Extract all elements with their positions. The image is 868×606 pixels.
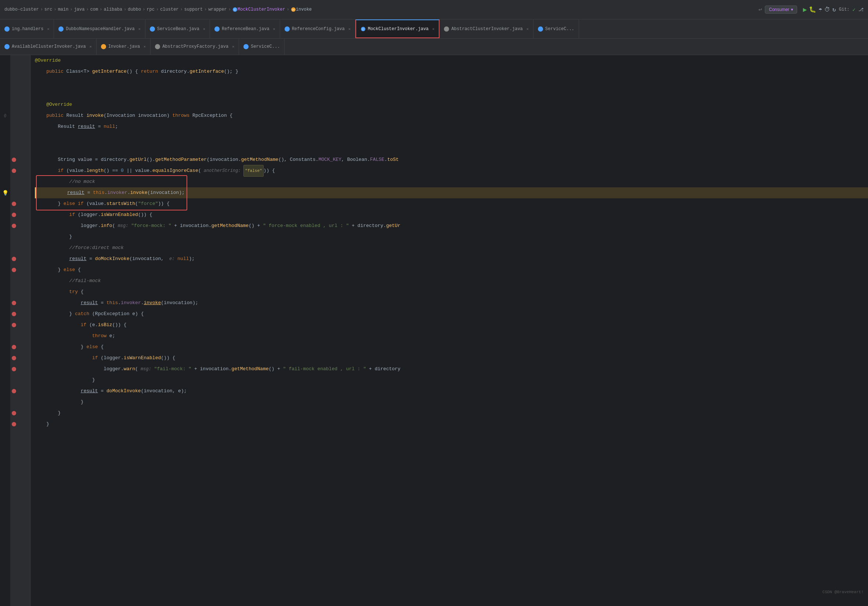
gutter-row-breakpoint[interactable] bbox=[10, 342, 30, 353]
tab-reference-config[interactable]: ReferenceConfig.java ✕ bbox=[280, 19, 355, 38]
gutter-row[interactable] bbox=[10, 375, 30, 386]
tab-icon bbox=[58, 26, 64, 32]
gutter-row-breakpoint[interactable] bbox=[10, 165, 30, 176]
left-margin: @ 💡 bbox=[0, 55, 10, 606]
tab-invoker[interactable]: Invoker.java ✕ bbox=[96, 39, 150, 55]
code-line: String value = directory.getUrl().getMet… bbox=[35, 154, 868, 165]
gutter-row-breakpoint[interactable] bbox=[10, 253, 30, 264]
margin-row bbox=[0, 375, 10, 386]
margin-row bbox=[0, 77, 10, 88]
bc-file[interactable]: MockClusterInvoker bbox=[237, 7, 285, 12]
tab-close[interactable]: ✕ bbox=[349, 27, 351, 31]
code-line: Result result = null; bbox=[35, 121, 868, 132]
tab-reference-bean[interactable]: ReferenceBean.java ✕ bbox=[210, 19, 280, 38]
run-button[interactable]: ▶ bbox=[803, 6, 807, 14]
bc-project[interactable]: dubbo-cluster bbox=[5, 7, 39, 12]
tab-service-bean[interactable]: ServiceBean.java ✕ bbox=[146, 19, 210, 38]
bc-dubbo[interactable]: dubbo bbox=[128, 7, 141, 12]
lightbulb-icon[interactable]: 💡 bbox=[2, 190, 8, 196]
gutter-row-breakpoint[interactable] bbox=[10, 408, 30, 419]
code-area[interactable]: @Override public Class<T> getInterface()… bbox=[31, 55, 868, 606]
gutter-row[interactable] bbox=[10, 99, 30, 110]
tab-available-cluster[interactable]: AvailableClusterInvoker.java ✕ bbox=[0, 39, 96, 55]
tab-ing-handlers[interactable]: ing.handlers ✕ bbox=[0, 19, 54, 38]
gutter-row-breakpoint[interactable] bbox=[10, 419, 30, 430]
tab-service-c2[interactable]: ServiceC... bbox=[239, 39, 285, 55]
tab-label: ing.handlers bbox=[12, 26, 43, 32]
tab-abstract-proxy[interactable]: AbstractProxyFactory.java ✕ bbox=[150, 39, 239, 55]
gutter-row[interactable] bbox=[10, 187, 30, 198]
gutter-row-breakpoint[interactable] bbox=[10, 319, 30, 330]
code-line: public Class<T> getInterface() { return … bbox=[35, 66, 868, 77]
gutter-row[interactable] bbox=[10, 66, 30, 77]
bc-wrapper[interactable]: wrapper bbox=[208, 7, 226, 12]
git-back-icon[interactable]: ↩ bbox=[759, 6, 762, 13]
coverage-button[interactable]: ☂ bbox=[818, 6, 822, 13]
gutter-row[interactable] bbox=[10, 110, 30, 121]
gutter-row-breakpoint[interactable] bbox=[10, 220, 30, 231]
gutter-row-breakpoint[interactable] bbox=[10, 386, 30, 397]
profile-button[interactable]: ⏱ bbox=[824, 6, 830, 13]
gutter-row[interactable] bbox=[10, 143, 30, 154]
dropdown-arrow-icon: ▾ bbox=[791, 7, 793, 12]
margin-row bbox=[0, 386, 10, 397]
tab-close[interactable]: ✕ bbox=[47, 27, 49, 31]
tab-icon bbox=[5, 26, 9, 32]
gutter-row[interactable] bbox=[10, 132, 30, 143]
bc-support[interactable]: support bbox=[184, 7, 203, 12]
tab-close[interactable]: ✕ bbox=[232, 45, 234, 49]
bc-alibaba[interactable]: alibaba bbox=[104, 7, 122, 12]
tab-mock-cluster-invoker[interactable]: C MockClusterInvoker.java ✕ bbox=[355, 19, 440, 38]
gutter-row-breakpoint[interactable] bbox=[10, 209, 30, 220]
tab-close[interactable]: ✕ bbox=[527, 27, 529, 31]
tab-close[interactable]: ✕ bbox=[432, 27, 434, 31]
gutter-row-breakpoint[interactable] bbox=[10, 198, 30, 209]
tab-icon bbox=[444, 26, 449, 32]
gutter-row[interactable] bbox=[10, 121, 30, 132]
gutter-row-breakpoint[interactable] bbox=[10, 308, 30, 319]
code-line: if (logger.isWarnEnabled()) { bbox=[35, 353, 868, 364]
bc-com[interactable]: com bbox=[90, 7, 98, 12]
gutter-row[interactable] bbox=[10, 231, 30, 242]
gutter-row[interactable] bbox=[10, 330, 30, 342]
gutter-row-breakpoint[interactable] bbox=[10, 154, 30, 165]
bc-method[interactable]: invoke bbox=[296, 7, 312, 12]
margin-row bbox=[0, 253, 10, 264]
run-config-button[interactable]: Consumer ▾ bbox=[765, 6, 797, 14]
tab-label: Invoker.java bbox=[108, 44, 140, 49]
bc-cluster[interactable]: cluster bbox=[160, 7, 178, 12]
gutter-row[interactable] bbox=[10, 242, 30, 253]
gutter-row[interactable] bbox=[10, 276, 30, 287]
tab-close[interactable]: ✕ bbox=[144, 45, 146, 49]
margin-row-debug: 💡 bbox=[0, 187, 10, 198]
tab-service-c[interactable]: ServiceC... bbox=[533, 19, 579, 38]
tab-label: MockClusterInvoker.java bbox=[368, 26, 429, 32]
bc-java[interactable]: java bbox=[74, 7, 85, 12]
gutter-row-breakpoint[interactable] bbox=[10, 364, 30, 375]
bc-src[interactable]: src bbox=[45, 7, 53, 12]
tab-abstract-cluster[interactable]: AbstractClusterInvoker.java ✕ bbox=[440, 19, 533, 38]
editor-area: @ 💡 bbox=[0, 55, 868, 606]
gutter-row[interactable] bbox=[10, 287, 30, 298]
tab-icon bbox=[538, 26, 543, 32]
gutter-row-breakpoint[interactable] bbox=[10, 353, 30, 364]
gutter-row[interactable] bbox=[10, 88, 30, 99]
bc-rpc[interactable]: rpc bbox=[147, 7, 155, 12]
gutter-row[interactable] bbox=[10, 77, 30, 88]
update-button[interactable]: ↻ bbox=[832, 6, 836, 13]
margin-row bbox=[0, 330, 10, 342]
gutter-row-breakpoint[interactable] bbox=[10, 264, 30, 276]
bc-main[interactable]: main bbox=[58, 7, 69, 12]
gutter-row[interactable] bbox=[10, 397, 30, 408]
gutter-row[interactable] bbox=[10, 176, 30, 187]
debug-button[interactable]: 🐛 bbox=[809, 6, 816, 13]
tab-close[interactable]: ✕ bbox=[90, 45, 92, 49]
tab-close[interactable]: ✕ bbox=[203, 27, 205, 31]
gutter-row-breakpoint[interactable] bbox=[10, 298, 30, 308]
code-line bbox=[35, 88, 868, 99]
tab-dubbo-namespace[interactable]: DubboNamespaceHandler.java ✕ bbox=[54, 19, 145, 38]
tab-close[interactable]: ✕ bbox=[273, 27, 275, 31]
code-line: } bbox=[35, 375, 868, 386]
gutter-row[interactable] bbox=[10, 55, 30, 66]
tab-close[interactable]: ✕ bbox=[138, 27, 141, 31]
